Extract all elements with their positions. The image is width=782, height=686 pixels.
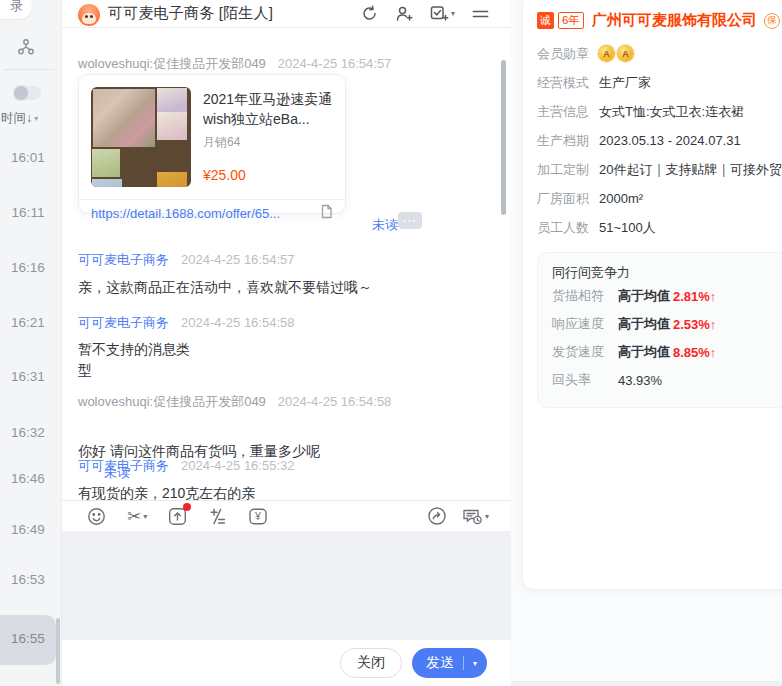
message-more-button[interactable]: ··· (398, 212, 422, 229)
send-button[interactable]: 发送 ▾ (412, 648, 487, 678)
info-value: 20件起订｜支持贴牌｜可接外贸订单 (599, 161, 782, 179)
info-row: 主营信息 女式T恤:女式卫衣:连衣裙 (537, 97, 782, 126)
stat-label: 发货速度 (552, 343, 618, 361)
info-value: 2023.05.13 - 2024.07.31 (599, 133, 741, 148)
product-card[interactable]: 2021年亚马逊速卖通wish独立站eBa... 月销64 ¥25.00 htt… (78, 74, 346, 214)
transaction-yen-icon[interactable]: ¥ (248, 507, 268, 526)
message-time: 2024-4-25 16:55:32 (181, 458, 294, 473)
message-time: 2024-4-25 16:54:58 (181, 315, 294, 330)
info-label: 加工定制 (537, 161, 599, 179)
conversation-time[interactable]: 16:53 (0, 572, 56, 587)
company-name[interactable]: 广州可可麦服饰有限公司 (592, 11, 757, 30)
chat-scrollbar[interactable] (501, 60, 506, 215)
chat-panel: 可可麦电子商务 [陌生人] (62, 0, 511, 686)
composer-actions: 关闭 发送 ▾ (62, 640, 511, 686)
guarantee-badge: 保 (764, 13, 780, 29)
conversation-time[interactable]: 16:11 (0, 205, 56, 220)
member-medals: A A (599, 46, 633, 61)
stat-value: 8.85%↑ (673, 345, 716, 360)
info-label: 经营模式 (537, 74, 599, 92)
peer-avatar[interactable] (78, 4, 100, 26)
stat-value: 43.93% (618, 373, 662, 388)
close-button-label: 关闭 (357, 654, 385, 672)
chengxintong-badge: 诚 (537, 12, 554, 29)
product-title: 2021年亚马逊速卖通wish独立站eBa... (203, 89, 333, 129)
menu-icon[interactable] (472, 7, 489, 21)
info-label: 会员勋章 (537, 45, 599, 63)
company-info-list: 会员勋章 A A 经营模式 生产厂家 主营信息 女式T恤:女式卫衣:连衣裙 生产… (537, 39, 782, 242)
info-value: 2000m² (599, 191, 643, 206)
product-link[interactable]: https://detail.1688.com/offer/65... (91, 206, 312, 221)
org-chart-icon[interactable] (17, 38, 35, 60)
stat-prefix: 高于均值 (618, 287, 670, 305)
stat-row: 回头率 43.93% (552, 366, 782, 394)
conversation-time[interactable]: 16:46 (0, 471, 56, 486)
sender-name: 可可麦电子商务 (78, 457, 169, 475)
info-value: 女式T恤:女式卫衣:连衣裙 (599, 103, 744, 121)
chevron-down-icon: ▾ (485, 512, 489, 521)
info-label: 生产档期 (537, 132, 599, 150)
conversation-time-selected[interactable]: 16:55 (0, 631, 56, 646)
chat-history-icon[interactable]: ▾ (462, 507, 489, 526)
conversation-time[interactable]: 16:31 (0, 369, 56, 384)
close-button[interactable]: 关闭 (340, 648, 402, 678)
stat-row: 响应速度 高于均值 2.53%↑ (552, 310, 782, 338)
unread-badge: 未读 (372, 216, 398, 234)
message-text: 暂不支持的消息类 型 (78, 339, 190, 381)
info-value: 生产厂家 (599, 74, 651, 92)
filter-toggle[interactable] (13, 86, 41, 100)
stat-row: 货描相符 高于均值 2.81%↑ (552, 282, 782, 310)
chevron-down-icon: ▾ (451, 9, 455, 18)
conversation-time[interactable]: 16:16 (0, 260, 56, 275)
conversation-time[interactable]: 16:49 (0, 522, 56, 537)
svg-text:¥: ¥ (254, 510, 261, 522)
message-list: woloveshuqi:促佳搜品开发部049 2024-4-25 16:54:5… (62, 28, 511, 500)
message-input[interactable] (62, 531, 511, 640)
stat-prefix: 高于均值 (618, 343, 670, 361)
forward-share-icon[interactable] (427, 506, 447, 526)
company-panel: 诚 6年 广州可可麦服饰有限公司 保 会员勋章 A A 经营模式 生产厂家 (511, 0, 782, 686)
medal-icon: A (618, 46, 633, 61)
message-sender-row: woloveshuqi:促佳搜品开发部049 2024-4-25 16:54:5… (78, 55, 391, 73)
message-sender-row: 可可麦电子商务 2024-4-25 16:54:57 (78, 251, 294, 269)
rail-divider (4, 69, 54, 70)
peer-title: 可可麦电子商务 [陌生人] (108, 4, 273, 23)
upload-image-icon[interactable] (168, 507, 187, 526)
info-row: 员工人数 51~100人 (537, 213, 782, 242)
create-task-icon[interactable]: ▾ (430, 5, 455, 22)
message-sender-row: 可可麦电子商务 2024-4-25 16:54:58 (78, 314, 294, 332)
message-time: 2024-4-25 16:54:57 (278, 56, 391, 71)
quote-price-icon[interactable] (208, 507, 227, 526)
copy-doc-icon[interactable] (320, 204, 333, 223)
chevron-down-icon: ▾ (143, 512, 147, 521)
stat-label: 响应速度 (552, 315, 618, 333)
medal-icon: A (599, 46, 614, 61)
rail-scrollbar[interactable] (56, 618, 60, 684)
message-sender-row: woloveshuqi:促佳搜品开发部049 2024-4-25 16:54:5… (78, 393, 391, 411)
info-row: 会员勋章 A A (537, 39, 782, 68)
company-card: 诚 6年 广州可可麦服饰有限公司 保 会员勋章 A A 经营模式 生产厂家 (522, 0, 782, 590)
sender-name: 可可麦电子商务 (78, 314, 169, 332)
add-contact-icon[interactable] (395, 5, 413, 22)
screenshot-scissors-icon[interactable]: ✂ ▾ (127, 508, 147, 525)
chevron-down-icon: ▾ (473, 659, 477, 668)
info-label: 主营信息 (537, 103, 599, 121)
stat-label: 货描相符 (552, 287, 618, 305)
conversation-time[interactable]: 16:01 (0, 150, 56, 165)
emoji-icon[interactable] (87, 507, 106, 526)
info-row: 生产档期 2023.05.13 - 2024.07.31 (537, 126, 782, 155)
message-text: 亲，这款商品正在活动中，喜欢就不要错过哦～ (78, 277, 372, 298)
conversation-time[interactable]: 16:32 (0, 425, 56, 440)
records-tab[interactable]: 录 (0, 0, 32, 19)
sort-by-time[interactable]: 时间↓ ▾ (1, 110, 38, 127)
notification-dot (183, 503, 191, 511)
refresh-history-icon[interactable] (361, 5, 378, 22)
conversation-time[interactable]: 16:21 (0, 315, 56, 330)
window-bottom-edge (511, 681, 782, 686)
product-image (91, 87, 191, 187)
competitiveness-card: 同行间竞争力 货描相符 高于均值 2.81%↑ 响应速度 高于均值 2.53%↑… (537, 252, 782, 408)
info-value: 51~100人 (599, 219, 656, 237)
competitiveness-title: 同行间竞争力 (552, 264, 782, 282)
info-row: 厂房面积 2000m² (537, 184, 782, 213)
product-monthly-sales: 月销64 (203, 134, 333, 151)
